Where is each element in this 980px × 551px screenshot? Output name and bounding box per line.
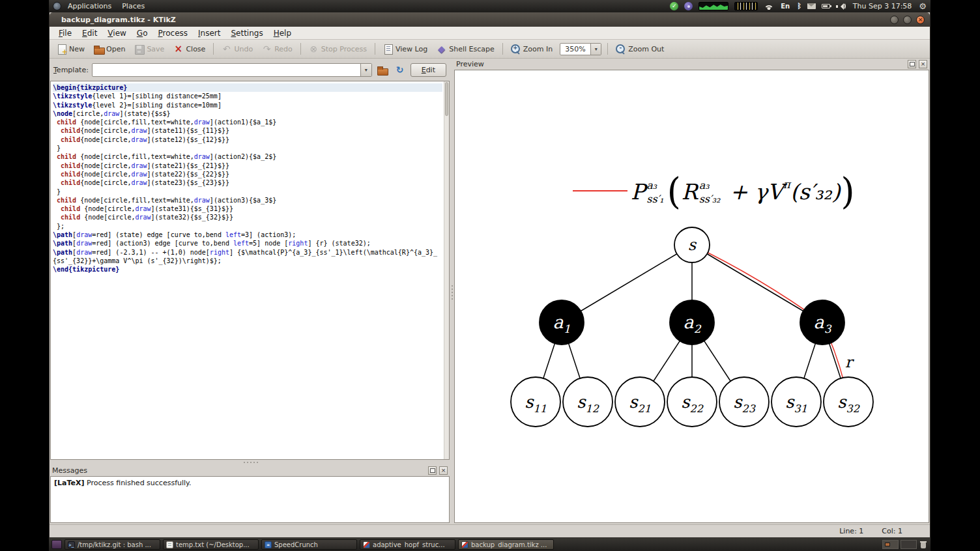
diagram-node-s21: [615, 377, 665, 427]
preview-header: Preview ×: [454, 59, 930, 70]
code-line-20: \path[draw=red] (-2.3,1) -- +(1,0) node[…: [53, 248, 442, 266]
horizontal-splitter[interactable]: [50, 460, 450, 465]
code-line-12: child{node[circle,draw](state23){$s_{23}…: [53, 178, 442, 187]
zoom-out-label: Zoom Out: [628, 45, 664, 53]
code-line-10: child{node[circle,draw](state21){$s_{21}…: [53, 162, 442, 170]
taskbar-item-2[interactable]: temp.txt (~/Desktop...: [163, 539, 259, 550]
backup-diagram: sa1a2a3s11s12s21s22s23s31s32r: [455, 70, 929, 523]
messages-close-button[interactable]: ×: [439, 466, 448, 475]
close-button[interactable]: ×: [916, 16, 925, 24]
shell-escape-icon: ◆: [437, 44, 446, 54]
update-ok-icon[interactable]: ✓: [670, 2, 678, 10]
menu-process[interactable]: Process: [152, 28, 193, 38]
taskbar-item-label: backup_diagram.tikz ...: [471, 541, 547, 548]
top-panel: Applications Places ✓ En ᛒ Thu Sep 3 17:…: [49, 0, 930, 12]
window-title: backup_diagram.tikz - KTikZ: [61, 16, 176, 24]
taskbar-launcher-icon[interactable]: [51, 540, 62, 549]
vertical-splitter[interactable]: [450, 59, 454, 524]
folder-icon: [377, 65, 387, 75]
menu-go[interactable]: Go: [132, 28, 153, 38]
minimize-button[interactable]: [890, 16, 899, 24]
places-menu[interactable]: Places: [118, 0, 149, 12]
messages-float-button[interactable]: [428, 466, 437, 475]
toolbar-button-view-log[interactable]: View Log: [379, 42, 431, 56]
taskbar-item-3[interactable]: SpeedCrunch: [261, 539, 357, 550]
battery-icon[interactable]: [822, 4, 830, 8]
keyboard-layout-indicator[interactable]: En: [779, 3, 791, 10]
status-line: Line: 1: [839, 527, 863, 535]
code-editor[interactable]: \begin{tikzpicture}\tikzstyle{level 1}=[…: [50, 81, 450, 460]
code-line-9: child {node[circle,fill,text=white,draw]…: [53, 152, 442, 161]
net-monitor-applet[interactable]: [734, 2, 758, 10]
bluetooth-icon[interactable]: ᛒ: [797, 2, 801, 10]
text-editor-icon: [166, 541, 173, 548]
code-line-15: child {node[circle,draw](state31){$s_{31…: [53, 205, 442, 213]
net-graph-icon: [735, 3, 757, 10]
zoom-combobox-arrow-icon[interactable]: ▾: [590, 44, 601, 55]
template-reload-button[interactable]: ↻: [393, 63, 407, 77]
applications-menu[interactable]: Applications: [64, 0, 115, 12]
close-label: Close: [186, 45, 205, 53]
trash-applet-icon[interactable]: [919, 540, 928, 549]
mail-icon[interactable]: [807, 3, 816, 9]
toolbar-separator: [502, 43, 503, 55]
toolbar-button-zoom-out[interactable]: Zoom Out: [612, 42, 668, 56]
ktikz-icon: [461, 541, 468, 548]
main-area: Template: ▾ ↻ Edit \begin{tikzpict: [50, 59, 930, 524]
preview-close-button[interactable]: ×: [919, 60, 927, 68]
template-combobox[interactable]: ▾: [92, 63, 372, 77]
taskbar-item-label: temp.txt (~/Desktop...: [176, 541, 250, 548]
taskbar-item-1[interactable]: /tmp/ktikz.git : bash ...: [65, 539, 160, 550]
session-gear-icon[interactable]: ⚙: [919, 0, 927, 12]
toolbar-button-zoom-in[interactable]: Zoom In: [507, 42, 556, 56]
cpu-monitor-applet[interactable]: [699, 2, 728, 10]
session-indicator-icon[interactable]: [684, 2, 693, 10]
taskbar-item-4[interactable]: adaptive_hopf_struc...: [360, 539, 455, 550]
maximize-button[interactable]: [903, 16, 912, 24]
titlebar[interactable]: backup_diagram.tikz - KTikZ ×: [50, 12, 930, 27]
diagram-node-s11: [511, 377, 560, 427]
ktikz-icon: [363, 541, 370, 548]
toolbar-button-shell-escape[interactable]: ◆Shell Escape: [433, 42, 498, 56]
code-line-21: \end{tikzpicture}: [53, 265, 442, 274]
toolbar-button-close[interactable]: ×Close: [169, 42, 209, 56]
editor-pane: Template: ▾ ↻ Edit \begin{tikzpict: [50, 59, 450, 524]
diagram-node-s32: [824, 377, 873, 427]
menu-edit[interactable]: Edit: [77, 28, 102, 38]
menu-help[interactable]: Help: [268, 28, 296, 38]
taskbar-item-label: SpeedCrunch: [274, 541, 318, 548]
menu-settings[interactable]: Settings: [225, 28, 268, 38]
clock[interactable]: Thu Sep 3 17:58: [852, 2, 914, 10]
screen: Applications Places ✓ En ᛒ Thu Sep 3 17:…: [49, 0, 930, 551]
menu-insert[interactable]: Insert: [193, 28, 225, 38]
undo-label: Undo: [234, 45, 253, 53]
code-line-17: };: [53, 222, 442, 231]
wifi-icon[interactable]: [764, 3, 773, 10]
menu-view[interactable]: View: [102, 28, 131, 38]
panel-left: Applications Places: [53, 0, 149, 12]
messages-title: Messages: [52, 466, 87, 475]
editor-scrollbar-thumb[interactable]: [445, 82, 448, 116]
toolbar-button-new[interactable]: New: [53, 42, 89, 56]
volume-icon[interactable]: [836, 3, 846, 10]
status-col: Col: 1: [882, 527, 902, 535]
workspace-1[interactable]: [882, 540, 899, 549]
zoom-level-combobox[interactable]: 350%▾: [560, 43, 601, 55]
taskbar-item-5[interactable]: backup_diagram.tikz ...: [458, 539, 554, 550]
code-line-1: \begin{tikzpicture}: [53, 83, 442, 92]
workspace-2[interactable]: [901, 540, 917, 549]
code-line-11: child{node[circle,draw](state22){$s_{22}…: [53, 170, 442, 178]
template-edit-button[interactable]: Edit: [411, 63, 446, 77]
toolbar-button-open[interactable]: Open: [90, 42, 129, 56]
distro-logo-icon[interactable]: [53, 2, 61, 10]
new-icon: [57, 44, 66, 54]
template-open-button[interactable]: [375, 63, 390, 77]
undo-icon: ↶: [222, 44, 231, 54]
template-combobox-field[interactable]: [93, 64, 360, 76]
zoom-in-icon: [511, 44, 521, 54]
menu-file[interactable]: File: [53, 28, 77, 38]
panel-indicators: ✓ En ᛒ Thu Sep 3 17:58 ⚙: [670, 0, 927, 12]
template-combobox-arrow-icon[interactable]: ▾: [360, 64, 371, 76]
editor-scrollbar[interactable]: [444, 81, 449, 459]
preview-float-button[interactable]: [908, 60, 916, 68]
